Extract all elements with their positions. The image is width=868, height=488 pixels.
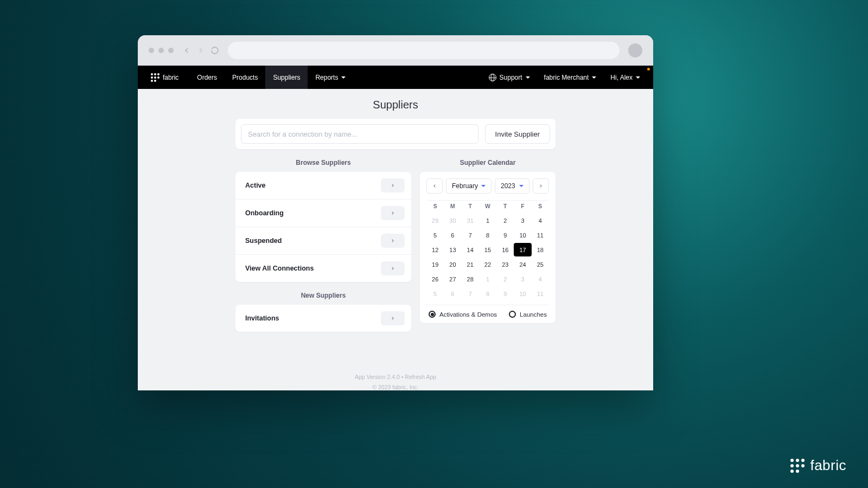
legend-launches[interactable]: Launches [509,311,547,318]
calendar-day[interactable]: 21 [462,258,479,271]
globe-icon [489,74,496,81]
list-item-arrow-button[interactable] [381,311,405,325]
calendar-card: February 2023 SMTWTFS 293031123456789101… [420,172,556,323]
reload-icon[interactable] [210,46,219,55]
legend-activations[interactable]: Activations & Demos [429,311,497,318]
chevron-down-icon [341,76,346,79]
support-menu[interactable]: Support [489,74,530,81]
url-bar[interactable] [228,42,620,59]
nav-link-label: Orders [197,74,217,81]
calendar-day[interactable]: 19 [426,258,444,271]
calendar-day[interactable]: 1 [479,214,496,227]
calendar-day[interactable]: 10 [514,228,531,242]
calendar-day[interactable]: 24 [514,258,531,271]
calendar-day[interactable]: 25 [532,258,549,271]
calendar-day: 4 [532,272,549,286]
chevron-right-icon [390,238,395,243]
calendar-day[interactable]: 7 [462,228,479,242]
list-item[interactable]: Active [235,172,411,200]
calendar-day[interactable]: 6 [444,228,461,242]
calendar-day[interactable]: 9 [496,228,514,242]
brand-text: fabric [163,74,178,81]
brand-dots-icon [151,73,159,82]
list-item-arrow-button[interactable] [381,261,405,275]
calendar-day[interactable]: 23 [496,258,514,271]
watermark-text: fabric [810,457,846,474]
month-select[interactable]: February [446,178,492,194]
browser-chrome [138,35,653,66]
calendar-day[interactable]: 17 [514,243,531,256]
footer-version: App Version 2.4.0 • Refresh App [138,372,653,382]
calendar-day[interactable]: 16 [496,243,514,256]
user-menu[interactable]: Hi, Alex [610,74,640,81]
calendar-day[interactable]: 8 [479,228,496,242]
calendar-day[interactable]: 15 [479,243,496,256]
chevron-down-icon [636,76,640,79]
support-label: Support [500,74,522,81]
nav-link-reports[interactable]: Reports [308,66,353,89]
list-item[interactable]: View All Connections [235,255,411,282]
search-input[interactable] [241,124,478,144]
window-dot [168,48,174,53]
nav-link-label: Products [232,74,258,81]
calendar-day[interactable]: 18 [532,243,549,256]
tenant-label: fabric Merchant [544,74,589,81]
calendar-day[interactable]: 20 [444,258,461,271]
nav-link-orders[interactable]: Orders [189,66,225,89]
page-body: Suppliers Invite Supplier Browse Supplie… [138,89,653,390]
calendar-day[interactable]: 27 [444,272,461,286]
year-select[interactable]: 2023 [495,178,529,194]
year-label: 2023 [501,182,515,190]
list-item-arrow-button[interactable] [381,234,405,248]
chevron-right-icon [538,183,544,189]
calendar-day: 8 [479,287,496,300]
browser-nav-buttons [182,46,219,55]
calendar-day[interactable]: 3 [514,214,531,227]
user-greeting: Hi, Alex [610,74,633,81]
calendar-day: 29 [426,214,444,227]
brand-logo[interactable]: fabric [151,73,178,82]
calendar-day[interactable]: 12 [426,243,444,256]
list-item-arrow-button[interactable] [381,206,405,220]
list-item[interactable]: Suspended [235,227,411,255]
calendar-day[interactable]: 11 [532,228,549,242]
browser-profile-avatar[interactable] [628,43,642,57]
nav-right: Support fabric Merchant Hi, Alex [489,74,640,81]
tenant-menu[interactable]: fabric Merchant [544,74,597,81]
back-icon[interactable] [182,46,191,55]
new-suppliers-heading: New Suppliers [235,292,411,299]
nav-links: OrdersProductsSuppliersReports [189,66,353,89]
calendar-grid: 2930311234567891011121314151617181920212… [426,214,549,300]
nav-link-suppliers[interactable]: Suppliers [265,66,308,89]
calendar-day[interactable]: 2 [496,214,514,227]
chevron-right-icon [390,316,395,321]
footer-copyright: © 2023 fabric, Inc. [138,382,653,390]
calendar-day[interactable]: 26 [426,272,444,286]
window-dot [158,48,164,53]
calendar-day: 1 [479,272,496,286]
notification-dot[interactable] [647,68,650,70]
calendar-day: 3 [514,272,531,286]
list-item[interactable]: Invitations [235,305,411,332]
invite-supplier-button[interactable]: Invite Supplier [485,124,550,144]
browse-list: ActiveOnboardingSuspendedView All Connec… [235,172,411,282]
forward-icon[interactable] [196,46,205,55]
list-item[interactable]: Onboarding [235,200,411,227]
nav-link-products[interactable]: Products [225,66,265,89]
calendar-day[interactable]: 22 [479,258,496,271]
list-item-arrow-button[interactable] [381,178,405,192]
calendar-prev-button[interactable] [426,178,443,194]
app-footer: App Version 2.4.0 • Refresh App © 2023 f… [138,372,653,390]
calendar-day: 6 [444,287,461,300]
calendar-dayheaders: SMTWTFS [426,200,549,214]
calendar-next-button[interactable] [533,178,549,194]
list-item-label: Invitations [245,314,279,322]
dayheader-cell: W [479,203,496,209]
calendar-day: 30 [444,214,461,227]
legend-a-label: Activations & Demos [439,311,497,318]
calendar-day[interactable]: 4 [532,214,549,227]
calendar-day[interactable]: 13 [444,243,461,256]
calendar-day[interactable]: 28 [462,272,479,286]
calendar-day[interactable]: 14 [462,243,479,256]
calendar-day[interactable]: 5 [426,228,444,242]
